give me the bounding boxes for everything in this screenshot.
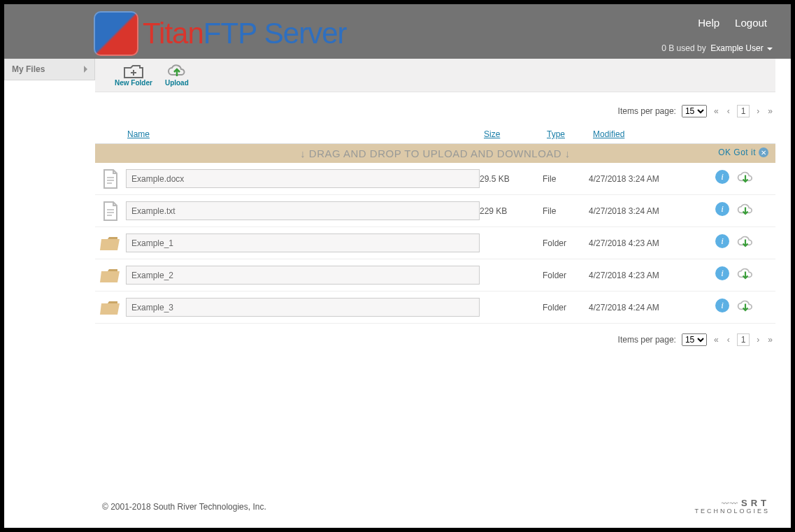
table-row: 229 KBFile4/27/2018 3:24 AMi [95,195,775,227]
file-icon [95,168,126,189]
srt-logo: 〰〰 SRT TECHNOLOGIES [694,498,770,515]
caret-down-icon [767,48,773,50]
sidebar: My Files [4,59,95,352]
info-button[interactable]: i [715,299,729,312]
logout-link[interactable]: Logout [735,17,767,29]
modified-cell: 4/27/2018 4:24 AM [589,303,694,312]
footer: © 2001-2018 South River Technologies, In… [102,498,770,515]
table-row: Folder4/27/2018 4:24 AMi [95,292,775,324]
dismiss-hint-button[interactable]: OK Got it ✕ [718,148,768,157]
toolbar: New Folder Upload [95,59,775,92]
srt-tag: SRT [741,498,770,508]
type-cell: Folder [543,238,589,248]
info-button[interactable]: i [715,202,729,216]
items-per-page-select[interactable]: 15 [682,333,707,346]
type-cell: Folder [543,271,589,280]
brand-logo: TitanFTP Server [94,11,347,56]
pager-bottom: Items per page: 15 « ‹ 1 › » [95,324,775,352]
file-rows: 29.5 KBFile4/27/2018 3:24 AMi229 KBFile4… [95,163,775,324]
folder-icon [95,267,126,284]
modified-cell: 4/27/2018 4:23 AM [589,271,694,280]
pager-prev[interactable]: ‹ [726,335,731,345]
table-row: 29.5 KBFile4/27/2018 3:24 AMi [95,163,775,195]
info-button[interactable]: i [715,234,729,248]
download-button[interactable] [736,202,754,220]
pager-label: Items per page: [618,106,676,116]
new-folder-button[interactable]: New Folder [115,64,152,87]
size-cell: 29.5 KB [480,174,543,184]
chevron-right-icon [84,66,87,73]
app-header: TitanFTP Server Help Logout 0 B used by … [4,4,791,59]
type-cell: File [543,206,589,216]
download-button[interactable] [736,299,754,316]
modified-cell: 4/27/2018 3:24 AM [589,206,694,216]
pager-next[interactable]: › [755,106,761,116]
upload-button[interactable]: Upload [165,64,189,87]
brand-text: TitanFTP Server [143,17,347,50]
filename-input[interactable] [126,266,480,285]
dismiss-hint-label: OK Got it [718,148,756,157]
new-folder-icon [123,64,144,79]
pager-top: Items per page: 15 « ‹ 1 › » [95,92,775,123]
user-menu[interactable]: Example User [710,43,773,53]
main-panel: New Folder Upload Items per page: 15 « ‹… [95,59,791,352]
sort-type[interactable]: Type [547,129,565,139]
copyright: © 2001-2018 South River Technologies, In… [102,502,266,512]
table-row: Folder4/27/2018 4:23 AMi [95,227,775,259]
size-cell: 229 KB [480,206,543,216]
usage-line: 0 B used by Example User [661,43,773,53]
pager-first[interactable]: « [712,106,720,116]
sort-size[interactable]: Size [484,129,500,139]
table-row: Folder4/27/2018 4:23 AMi [95,259,775,292]
pager-next[interactable]: › [755,335,761,345]
cloud-upload-icon [166,64,187,79]
file-icon [95,201,126,222]
srt-big: TECHNOLOGIES [694,508,770,515]
folder-icon [95,299,126,316]
upload-label: Upload [165,79,189,87]
download-button[interactable] [736,234,754,252]
items-per-page-select[interactable]: 15 [682,105,707,117]
table-header: Name Size Type Modified [95,123,775,144]
pager-label: Items per page: [618,335,676,345]
filename-input[interactable] [126,298,480,317]
drag-drop-hint: ↓ DRAG AND DROP TO UPLOAD AND DOWNLOAD ↓… [95,144,775,163]
type-cell: Folder [543,303,589,312]
brand-mark-icon [94,11,138,56]
sort-modified[interactable]: Modified [593,129,624,139]
help-link[interactable]: Help [698,17,719,29]
brand-ftp: FTP [203,17,257,50]
sidebar-item-my-files[interactable]: My Files [4,58,95,80]
new-folder-label: New Folder [115,79,152,87]
pager-first[interactable]: « [712,335,720,345]
pager-last[interactable]: » [766,335,774,345]
info-button[interactable]: i [715,170,729,184]
filename-input[interactable] [126,233,480,252]
brand-titan: Titan [143,17,203,50]
sidebar-item-label: My Files [12,64,45,74]
filename-input[interactable] [126,169,480,188]
folder-icon [95,235,126,252]
pager-page: 1 [737,105,750,117]
user-name: Example User [710,43,763,53]
drag-drop-text: ↓ DRAG AND DROP TO UPLOAD AND DOWNLOAD ↓ [300,148,571,159]
download-button[interactable] [736,170,754,187]
sort-name[interactable]: Name [127,129,150,139]
info-button[interactable]: i [715,266,729,280]
usage-prefix: 0 B used by [661,43,706,53]
pager-page: 1 [737,333,750,346]
brand-server: Server [257,17,346,50]
header-links: Help Logout [698,17,767,29]
modified-cell: 4/27/2018 3:24 AM [589,174,694,184]
type-cell: File [543,174,589,184]
pager-prev[interactable]: ‹ [726,106,731,116]
close-icon: ✕ [759,148,768,157]
download-button[interactable] [736,266,754,284]
filename-input[interactable] [126,201,480,220]
modified-cell: 4/27/2018 4:23 AM [589,238,694,248]
pager-last[interactable]: » [766,106,774,116]
